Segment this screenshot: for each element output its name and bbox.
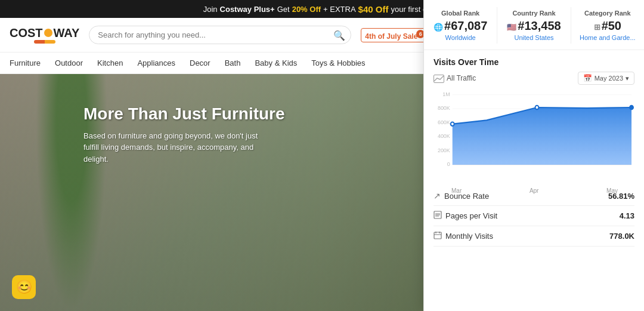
- svg-marker-13: [453, 107, 631, 165]
- search-input[interactable]: [89, 26, 351, 44]
- global-rank-label: Global Rank: [429, 10, 492, 17]
- visits-chart: 1M 800K 600K 400K 200K 0: [434, 88, 634, 184]
- traffic-chart-icon: [434, 75, 444, 83]
- chat-bubble-button[interactable]: 😊: [12, 275, 36, 299]
- svg-point-16: [630, 106, 633, 109]
- monthly-visits-value: 778.0K: [609, 232, 634, 241]
- x-label-apr: Apr: [530, 187, 539, 194]
- promo-get: Get: [277, 5, 290, 14]
- nav-item-toys-hobbies[interactable]: Toys & Hobbies: [311, 54, 365, 72]
- promo-discount1: 20% Off: [292, 5, 321, 14]
- flag-icon: 🇺🇸: [507, 23, 516, 32]
- logo-way-text: WAY: [54, 27, 80, 39]
- sale-badge[interactable]: 4th of July Sale6: [361, 28, 429, 42]
- rank-section: Global Rank 🌐#67,087 Worldwide Country R…: [424, 0, 644, 50]
- promo-join: Join: [203, 5, 218, 14]
- global-rank-sub[interactable]: Worldwide: [429, 34, 492, 41]
- all-traffic-label: All Traffic: [434, 74, 476, 82]
- visits-section: Visits Over Time All Traffic 📅 May 2023 …: [424, 50, 644, 184]
- nav-item-decor[interactable]: Decor: [190, 54, 210, 72]
- analytics-panel: Global Rank 🌐#67,087 Worldwide Country R…: [423, 0, 644, 311]
- monthly-icon: [434, 231, 442, 241]
- visits-controls: All Traffic 📅 May 2023 ▾: [434, 72, 634, 85]
- chart-container: 1M 800K 600K 400K 200K 0: [434, 88, 634, 184]
- country-rank-col: Country Rank 🇺🇸#13,458 United States: [497, 7, 571, 44]
- category-rank-value: ⊞#50: [576, 19, 639, 33]
- svg-text:600K: 600K: [438, 119, 451, 125]
- nav-item-bath[interactable]: Bath: [225, 54, 241, 72]
- promo-brand: Costway Plus+: [220, 5, 275, 14]
- dropdown-arrow-icon: ▾: [626, 75, 629, 82]
- chart-x-labels: Mar Apr May: [434, 187, 634, 194]
- category-rank-sub[interactable]: Home and Garde...: [576, 34, 639, 41]
- nav-item-kitchen[interactable]: Kitchen: [97, 54, 123, 72]
- nav-item-outdoor[interactable]: Outdoor: [55, 54, 83, 72]
- promo-discount2: $40 Off: [358, 4, 389, 14]
- calendar-icon: 📅: [583, 74, 592, 82]
- date-label: May 2023: [595, 75, 623, 82]
- svg-rect-21: [434, 232, 441, 239]
- pages-visit-label: Pages per Visit: [434, 211, 497, 221]
- svg-point-15: [535, 106, 538, 109]
- date-picker[interactable]: 📅 May 2023 ▾: [578, 72, 634, 85]
- svg-text:0: 0: [447, 161, 450, 167]
- stat-monthly-visits: Monthly Visits 778.0K: [434, 226, 634, 247]
- category-rank-label: Category Rank: [576, 10, 639, 17]
- search-button[interactable]: 🔍: [333, 29, 345, 41]
- hero-subtitle: Based on furniture and going beyond, we …: [83, 130, 274, 165]
- svg-text:1M: 1M: [442, 91, 450, 97]
- chat-icon: 😊: [16, 279, 32, 295]
- promo-plus: + EXTRA: [323, 5, 356, 14]
- global-rank-value: 🌐#67,087: [429, 19, 492, 33]
- x-label-may: May: [606, 187, 618, 194]
- sale-label: 4th of July Sale: [365, 32, 417, 41]
- svg-text:800K: 800K: [438, 105, 451, 111]
- stat-pages-per-visit: Pages per Visit 4.13: [434, 206, 634, 226]
- nav-item-furniture[interactable]: Furniture: [10, 54, 41, 72]
- country-rank-label: Country Rank: [502, 10, 565, 17]
- nav-item-appliances[interactable]: Appliances: [137, 54, 175, 72]
- pages-icon: [434, 211, 442, 221]
- country-rank-sub[interactable]: United States: [502, 34, 565, 41]
- svg-text:200K: 200K: [438, 147, 451, 153]
- globe-icon: 🌐: [434, 23, 443, 32]
- category-rank-col: Category Rank ⊞#50 Home and Garde...: [571, 7, 644, 44]
- svg-text:400K: 400K: [438, 133, 451, 139]
- grid-icon: ⊞: [594, 23, 600, 32]
- hero-text-block: More Than Just Furniture Based on furnit…: [83, 104, 285, 165]
- logo-cost-text: COST: [10, 27, 43, 39]
- x-label-mar: Mar: [451, 187, 462, 194]
- nav-item-baby-kids[interactable]: Baby & Kids: [255, 54, 297, 72]
- svg-point-14: [451, 122, 454, 126]
- country-rank-value: 🇺🇸#13,458: [502, 19, 565, 33]
- hero-title: More Than Just Furniture: [83, 104, 285, 124]
- logo-line: [34, 40, 55, 44]
- global-rank-col: Global Rank 🌐#67,087 Worldwide: [424, 7, 497, 44]
- search-bar: 🔍: [89, 26, 351, 44]
- logo[interactable]: COST WAY: [10, 27, 79, 44]
- logo-sun-icon: [44, 29, 52, 37]
- visits-title: Visits Over Time: [434, 57, 634, 67]
- monthly-visits-label: Monthly Visits: [434, 231, 493, 241]
- pages-visit-value: 4.13: [620, 211, 634, 220]
